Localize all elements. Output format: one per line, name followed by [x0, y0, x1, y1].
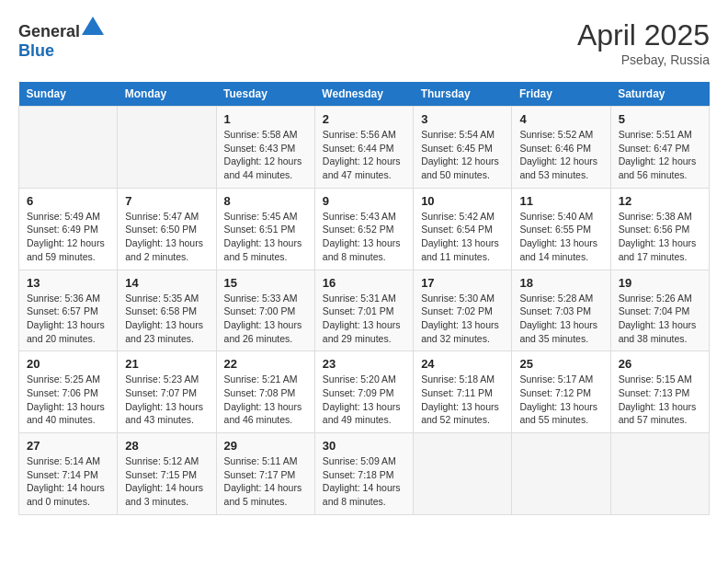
day-number: 6: [27, 194, 109, 208]
day-number: 12: [619, 194, 701, 208]
day-info: Sunrise: 5:36 AMSunset: 6:57 PMDaylight:…: [27, 292, 109, 346]
calendar-cell: 12Sunrise: 5:38 AMSunset: 6:56 PMDayligh…: [610, 188, 709, 270]
calendar-cell: 11Sunrise: 5:40 AMSunset: 6:55 PMDayligh…: [512, 188, 610, 270]
calendar-cell: [19, 107, 118, 189]
calendar-cell: 7Sunrise: 5:47 AMSunset: 6:50 PMDaylight…: [118, 188, 216, 270]
day-info: Sunrise: 5:17 AMSunset: 7:12 PMDaylight:…: [519, 373, 602, 427]
day-info: Sunrise: 5:43 AMSunset: 6:52 PMDaylight:…: [323, 210, 405, 264]
calendar-cell: 24Sunrise: 5:18 AMSunset: 7:11 PMDayligh…: [414, 351, 512, 433]
calendar-cell: 19Sunrise: 5:26 AMSunset: 7:04 PMDayligh…: [610, 270, 709, 351]
day-info: Sunrise: 5:38 AMSunset: 6:56 PMDaylight:…: [619, 210, 701, 264]
day-number: 3: [421, 112, 504, 126]
day-info: Sunrise: 5:47 AMSunset: 6:50 PMDaylight:…: [125, 210, 208, 264]
page-header: General Blue April 2025 Psebay, Russia: [18, 18, 710, 67]
day-number: 17: [421, 276, 504, 290]
day-info: Sunrise: 5:12 AMSunset: 7:15 PMDaylight:…: [125, 454, 208, 509]
day-info: Sunrise: 5:52 AMSunset: 6:46 PMDaylight:…: [519, 128, 602, 182]
calendar-cell: 18Sunrise: 5:28 AMSunset: 7:03 PMDayligh…: [512, 270, 610, 351]
title-block: April 2025 Psebay, Russia: [577, 18, 710, 67]
week-row-5: 27Sunrise: 5:14 AMSunset: 7:14 PMDayligh…: [19, 433, 710, 515]
col-saturday: Saturday: [610, 82, 709, 107]
calendar-header-row: Sunday Monday Tuesday Wednesday Thursday…: [19, 82, 710, 107]
calendar-cell: 16Sunrise: 5:31 AMSunset: 7:01 PMDayligh…: [314, 270, 413, 351]
day-info: Sunrise: 5:15 AMSunset: 7:13 PMDaylight:…: [619, 373, 701, 427]
day-number: 4: [519, 112, 602, 126]
day-info: Sunrise: 5:23 AMSunset: 7:07 PMDaylight:…: [125, 373, 208, 427]
logo-text: General Blue: [18, 18, 104, 61]
day-info: Sunrise: 5:21 AMSunset: 7:08 PMDaylight:…: [224, 373, 307, 427]
logo-icon: [82, 17, 104, 35]
calendar-cell: 8Sunrise: 5:45 AMSunset: 6:51 PMDaylight…: [216, 188, 314, 270]
day-number: 9: [323, 194, 405, 208]
location-subtitle: Psebay, Russia: [577, 52, 710, 67]
day-info: Sunrise: 5:20 AMSunset: 7:09 PMDaylight:…: [323, 373, 405, 427]
calendar-cell: 17Sunrise: 5:30 AMSunset: 7:02 PMDayligh…: [414, 270, 512, 351]
calendar-cell: 30Sunrise: 5:09 AMSunset: 7:18 PMDayligh…: [314, 433, 413, 515]
calendar-cell: 26Sunrise: 5:15 AMSunset: 7:13 PMDayligh…: [610, 351, 709, 433]
day-info: Sunrise: 5:25 AMSunset: 7:06 PMDaylight:…: [27, 373, 109, 427]
col-thursday: Thursday: [414, 82, 512, 107]
calendar-cell: 4Sunrise: 5:52 AMSunset: 6:46 PMDaylight…: [512, 107, 610, 189]
col-tuesday: Tuesday: [216, 82, 314, 107]
day-number: 8: [224, 194, 307, 208]
calendar-cell: 25Sunrise: 5:17 AMSunset: 7:12 PMDayligh…: [512, 351, 610, 433]
logo: General Blue: [18, 18, 104, 61]
week-row-2: 6Sunrise: 5:49 AMSunset: 6:49 PMDaylight…: [19, 188, 710, 270]
col-friday: Friday: [512, 82, 610, 107]
day-number: 21: [125, 357, 208, 371]
calendar-cell: 1Sunrise: 5:58 AMSunset: 6:43 PMDaylight…: [216, 107, 314, 189]
day-number: 5: [619, 112, 701, 126]
calendar-cell: 3Sunrise: 5:54 AMSunset: 6:45 PMDaylight…: [414, 107, 512, 189]
svg-marker-0: [82, 17, 104, 35]
day-info: Sunrise: 5:51 AMSunset: 6:47 PMDaylight:…: [619, 128, 701, 182]
day-number: 29: [224, 439, 307, 453]
day-info: Sunrise: 5:30 AMSunset: 7:02 PMDaylight:…: [421, 292, 504, 346]
day-info: Sunrise: 5:54 AMSunset: 6:45 PMDaylight:…: [421, 128, 504, 182]
day-info: Sunrise: 5:31 AMSunset: 7:01 PMDaylight:…: [323, 292, 405, 346]
week-row-1: 1Sunrise: 5:58 AMSunset: 6:43 PMDaylight…: [19, 107, 710, 189]
calendar-cell: 14Sunrise: 5:35 AMSunset: 6:58 PMDayligh…: [118, 270, 216, 351]
day-number: 30: [323, 439, 405, 453]
day-info: Sunrise: 5:11 AMSunset: 7:17 PMDaylight:…: [224, 454, 307, 509]
day-number: 20: [27, 357, 109, 371]
calendar-cell: 15Sunrise: 5:33 AMSunset: 7:00 PMDayligh…: [216, 270, 314, 351]
calendar-cell: 21Sunrise: 5:23 AMSunset: 7:07 PMDayligh…: [118, 351, 216, 433]
calendar-cell: [414, 433, 512, 515]
day-number: 2: [323, 112, 405, 126]
day-number: 13: [27, 276, 109, 290]
day-info: Sunrise: 5:35 AMSunset: 6:58 PMDaylight:…: [125, 292, 208, 346]
day-number: 23: [323, 357, 405, 371]
day-number: 19: [619, 276, 701, 290]
week-row-3: 13Sunrise: 5:36 AMSunset: 6:57 PMDayligh…: [19, 270, 710, 351]
calendar-cell: 10Sunrise: 5:42 AMSunset: 6:54 PMDayligh…: [414, 188, 512, 270]
day-number: 10: [421, 194, 504, 208]
day-number: 27: [27, 439, 109, 453]
month-title: April 2025: [577, 18, 710, 52]
col-wednesday: Wednesday: [314, 82, 413, 107]
day-number: 26: [619, 357, 701, 371]
day-info: Sunrise: 5:28 AMSunset: 7:03 PMDaylight:…: [519, 292, 602, 346]
calendar-cell: 20Sunrise: 5:25 AMSunset: 7:06 PMDayligh…: [19, 351, 118, 433]
col-monday: Monday: [118, 82, 216, 107]
day-info: Sunrise: 5:18 AMSunset: 7:11 PMDaylight:…: [421, 373, 504, 427]
day-info: Sunrise: 5:49 AMSunset: 6:49 PMDaylight:…: [27, 210, 109, 264]
calendar-cell: [610, 433, 709, 515]
col-sunday: Sunday: [19, 82, 118, 107]
calendar-cell: 2Sunrise: 5:56 AMSunset: 6:44 PMDaylight…: [314, 107, 413, 189]
day-number: 24: [421, 357, 504, 371]
day-number: 1: [224, 112, 307, 126]
calendar-cell: 13Sunrise: 5:36 AMSunset: 6:57 PMDayligh…: [19, 270, 118, 351]
day-number: 25: [519, 357, 602, 371]
calendar-cell: 28Sunrise: 5:12 AMSunset: 7:15 PMDayligh…: [118, 433, 216, 515]
day-number: 7: [125, 194, 208, 208]
day-number: 28: [125, 439, 208, 453]
day-number: 22: [224, 357, 307, 371]
calendar-cell: 22Sunrise: 5:21 AMSunset: 7:08 PMDayligh…: [216, 351, 314, 433]
day-number: 16: [323, 276, 405, 290]
calendar-cell: [512, 433, 610, 515]
day-info: Sunrise: 5:40 AMSunset: 6:55 PMDaylight:…: [519, 210, 602, 264]
calendar-table: Sunday Monday Tuesday Wednesday Thursday…: [18, 82, 710, 515]
calendar-cell: 6Sunrise: 5:49 AMSunset: 6:49 PMDaylight…: [19, 188, 118, 270]
day-info: Sunrise: 5:33 AMSunset: 7:00 PMDaylight:…: [224, 292, 307, 346]
calendar-cell: 5Sunrise: 5:51 AMSunset: 6:47 PMDaylight…: [610, 107, 709, 189]
